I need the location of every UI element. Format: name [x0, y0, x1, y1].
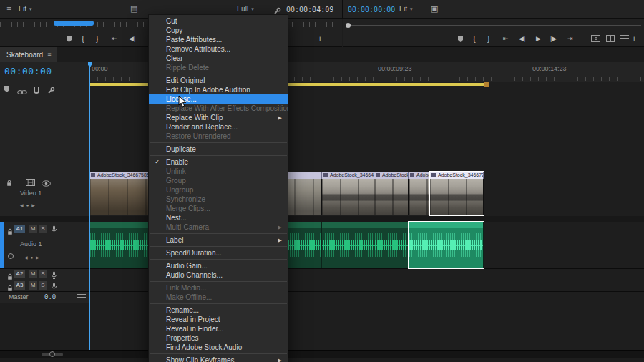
work-area-end-cap[interactable] — [484, 82, 489, 87]
lock-icon[interactable] — [6, 177, 12, 190]
track-header-master: Master 0.0 — [0, 291, 89, 303]
lock-icon[interactable] — [7, 225, 13, 238]
video-clip[interactable]: Adobe — [409, 172, 430, 215]
row-divider — [0, 280, 644, 280]
clip-name: Adobe — [409, 172, 430, 179]
program-scrubber-track[interactable] — [346, 25, 641, 26]
keyframe-nav[interactable]: ◀●▶ — [24, 255, 42, 260]
menu-item-clear[interactable]: Clear — [149, 54, 288, 63]
panel-grid-icon[interactable]: ▤ — [130, 5, 137, 13]
panel-box-icon[interactable]: ▣ — [431, 5, 438, 13]
audio-clip[interactable] — [322, 222, 374, 268]
step-back-icon[interactable]: ◀| — [519, 33, 525, 45]
menu-item-duplicate[interactable]: Duplicate — [149, 145, 288, 154]
timeline-timecode[interactable]: 00:00:00 — [4, 66, 52, 77]
mark-out-icon[interactable]: } — [487, 33, 490, 45]
add-marker-icon[interactable] — [458, 36, 463, 42]
clip-fx-badge-icon — [410, 173, 414, 177]
button-editor-plus-icon[interactable]: + — [318, 33, 322, 45]
track-badge-a3[interactable]: A3 — [14, 281, 25, 290]
menu-item-nest[interactable]: Nest... — [149, 213, 288, 222]
ruler-label: 00:00 — [92, 65, 108, 72]
step-back-icon[interactable]: ◀| — [129, 33, 135, 45]
playback-resolution-dropdown[interactable]: Full▾ — [237, 5, 254, 13]
menu-separator — [150, 281, 287, 282]
source-zoom-dropdown[interactable]: Fit▾ — [19, 5, 32, 13]
solo-button[interactable]: S — [39, 281, 47, 290]
panel-menu-icon[interactable]: ≡ — [47, 52, 51, 58]
go-to-in-icon[interactable]: ⇤ — [112, 33, 117, 45]
video-clip[interactable]: AdobeStock_3466 — [374, 172, 409, 215]
go-to-out-icon[interactable]: ⇥ — [567, 33, 573, 45]
menu-item-copy[interactable]: Copy — [149, 26, 288, 35]
menu-item-show-clip-keyframes[interactable]: Show Clip Keyframes▶ — [149, 356, 288, 362]
menu-item-label[interactable]: Label▶ — [149, 235, 288, 245]
video-clip-selected[interactable]: AdobeStock_346672602.mov — [430, 172, 484, 215]
menu-item-edit-original[interactable]: Edit Original — [149, 76, 288, 85]
master-level[interactable]: 0.0 — [44, 293, 56, 300]
menu-item-audio-gain[interactable]: Audio Gain... — [149, 261, 288, 270]
playhead[interactable] — [89, 62, 90, 350]
settings-sliders-icon[interactable] — [620, 35, 629, 42]
track-header-a1: A1 M S Audio 1 ◀●▶ — [0, 222, 89, 268]
menu-item-cut[interactable]: Cut — [149, 16, 288, 26]
menu-item-reveal-in-project[interactable]: Reveal in Project — [149, 315, 288, 324]
solo-button[interactable]: S — [39, 225, 47, 233]
menu-item-rename[interactable]: Rename... — [149, 305, 288, 315]
program-scrub-area[interactable] — [343, 19, 644, 32]
comparison-view-icon[interactable] — [606, 35, 615, 42]
add-marker-icon[interactable] — [67, 36, 72, 42]
menu-item-properties[interactable]: Properties — [149, 333, 288, 343]
menu-item-audio-channels[interactable]: Audio Channels... — [149, 270, 288, 280]
video-clip[interactable]: AdobeStock_346648423.mov — [322, 172, 374, 215]
menu-item-remove-attributes[interactable]: Remove Attributes... — [149, 44, 288, 54]
timeline-settings-wrench-icon[interactable] — [47, 84, 55, 97]
linked-selection-icon[interactable] — [17, 85, 27, 98]
keyframe-nav[interactable]: ◀●▶ — [20, 202, 38, 207]
export-frame-icon[interactable] — [591, 35, 600, 42]
audio-clip[interactable] — [374, 222, 409, 268]
clip-fx-badge-icon — [431, 173, 436, 177]
menu-item-license[interactable]: License... — [149, 94, 288, 104]
menu-item-enable[interactable]: ✓Enable — [149, 157, 288, 167]
go-to-in-icon[interactable]: ⇤ — [503, 33, 509, 45]
track-badge-a2[interactable]: A2 — [14, 270, 25, 278]
menu-item-group: Group — [149, 176, 288, 185]
menu-item-render-and-replace[interactable]: Render and Replace... — [149, 122, 288, 132]
step-forward-icon[interactable]: |▶ — [550, 33, 557, 45]
button-editor-plus-icon[interactable]: + — [632, 33, 636, 45]
menu-item-find-adobe-stock-audio[interactable]: Find Adobe Stock Audio — [149, 343, 288, 352]
mute-button[interactable]: M — [29, 225, 37, 233]
track-badge-a1[interactable]: A1 — [14, 225, 25, 233]
menu-item-edit-clip-in-adobe-audition[interactable]: Edit Clip In Adobe Audition — [149, 85, 288, 94]
audio-clip-selected[interactable] — [409, 222, 484, 268]
scrollbar-knob[interactable] — [49, 351, 55, 357]
toggle-track-output-eye-icon[interactable] — [42, 177, 51, 190]
menu-item-synchronize: Synchronize — [149, 195, 288, 204]
play-icon[interactable]: ▶ — [536, 33, 541, 45]
mark-in-icon[interactable]: { — [473, 33, 476, 45]
voiceover-mic-icon[interactable] — [51, 224, 57, 237]
video-track-icon[interactable] — [26, 176, 35, 189]
horizontal-scrollbar[interactable] — [0, 350, 644, 358]
menu-item-reveal-in-finder[interactable]: Reveal in Finder... — [149, 324, 288, 333]
program-playhead-dot[interactable] — [346, 23, 351, 28]
tab-sequence-skateboard[interactable]: Skateboard ≡ — [0, 47, 57, 62]
mark-in-icon[interactable]: { — [82, 33, 84, 45]
solo-button[interactable]: S — [39, 270, 47, 278]
program-transport: { } ⇤ ◀| ▶ |▶ ⇥ + — [343, 32, 644, 47]
zoom-scrollbar[interactable] — [54, 21, 94, 26]
mute-button[interactable]: M — [29, 270, 37, 278]
track-name: Master — [9, 293, 29, 300]
audio-clip-name-strip — [322, 222, 374, 228]
menu-item-paste-attributes[interactable]: Paste Attributes... — [149, 35, 288, 44]
mark-out-icon[interactable]: } — [96, 33, 99, 45]
menu-item-replace-with-clip[interactable]: Replace With Clip▶ — [149, 113, 288, 122]
panel-menu-icon[interactable]: ≡ — [6, 5, 11, 14]
pan-knob[interactable] — [8, 253, 14, 259]
snap-magnet-icon[interactable] — [33, 84, 40, 97]
program-zoom-dropdown[interactable]: Fit▾ — [399, 5, 413, 13]
mute-button[interactable]: M — [29, 281, 37, 290]
menu-separator — [150, 303, 287, 304]
menu-item-speed-duration[interactable]: Speed/Duration... — [149, 248, 288, 258]
